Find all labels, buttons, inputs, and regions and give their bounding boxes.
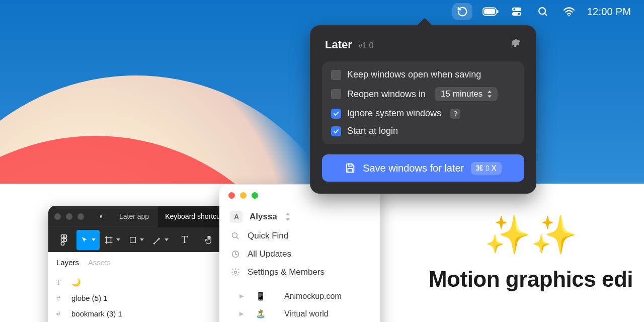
option-ignore-system[interactable]: Ignore system windows ? — [331, 108, 515, 119]
figma-menu-icon[interactable] — [52, 230, 75, 250]
figma-home-tab[interactable] — [92, 206, 110, 227]
layer-emoji: 🌙 — [71, 278, 81, 287]
shape-tool[interactable] — [125, 230, 148, 250]
popover-title: Later — [325, 38, 352, 51]
svg-rect-24 — [348, 164, 352, 167]
reopen-interval-select[interactable]: 15 minutes — [435, 87, 498, 101]
sparkles-emoji: ✨✨ — [413, 216, 644, 254]
save-windows-button[interactable]: Save windows for later ⌘⇧X — [322, 154, 524, 182]
panel-tab-assets[interactable]: Assets — [88, 258, 111, 267]
control-center-icon[interactable] — [509, 4, 525, 20]
promo-headline: Motion graphics edi — [413, 267, 644, 292]
traffic-lights-inactive[interactable] — [54, 213, 84, 220]
layer-name: bookmark (3) 1 — [71, 309, 122, 318]
gear-icon — [230, 267, 240, 277]
save-shortcut-badge: ⌘⇧X — [471, 162, 502, 175]
svg-point-20 — [232, 233, 237, 238]
page-emoji: 📱 — [256, 291, 266, 301]
option-start-at-login[interactable]: Start at login — [331, 126, 515, 136]
svg-point-4 — [513, 8, 515, 10]
menubar-clock[interactable]: 12:00 PM — [587, 6, 631, 18]
settings-gear-icon[interactable] — [510, 37, 521, 48]
figma-tab-later-app[interactable]: Later app — [112, 206, 156, 227]
workspace-switcher[interactable]: A Alyssa — [219, 207, 380, 227]
svg-line-21 — [236, 237, 238, 239]
later-popover: Later v1.0 Keep windows open when saving… — [310, 25, 536, 194]
option-keep-open[interactable]: Keep windows open when saving — [331, 69, 515, 80]
option-reopen-windows[interactable]: Reopen windows in 15 minutes — [331, 87, 515, 101]
svg-point-14 — [61, 242, 64, 245]
frame-tool[interactable] — [101, 230, 124, 250]
page-emoji: 🏝️ — [256, 309, 266, 318]
hand-tool[interactable] — [197, 230, 220, 250]
svg-rect-25 — [348, 169, 352, 172]
svg-rect-2 — [497, 10, 498, 13]
battery-icon[interactable] — [482, 4, 499, 20]
settings-members[interactable]: Settings & Members — [219, 263, 380, 281]
panel-tab-layers[interactable]: Layers — [56, 258, 79, 267]
layer-name: globe (5) 1 — [71, 294, 108, 302]
checkbox-checked[interactable] — [331, 126, 341, 136]
svg-line-8 — [544, 13, 546, 15]
wifi-icon[interactable] — [561, 4, 577, 20]
help-icon[interactable]: ? — [450, 109, 460, 119]
svg-point-9 — [568, 15, 570, 17]
promo-area: ✨✨ Motion graphics edi — [413, 216, 644, 292]
quick-find[interactable]: Quick Find — [219, 227, 380, 245]
svg-point-23 — [234, 271, 237, 274]
spotlight-icon[interactable] — [535, 4, 551, 20]
popover-version: v1.0 — [358, 41, 373, 50]
svg-point-6 — [518, 13, 520, 15]
notion-page[interactable]: ▶🏝️ Virtual world — [219, 305, 380, 322]
workspace-initial: A — [230, 211, 243, 223]
notion-window: A Alyssa Quick Find All Updates Settings… — [219, 185, 380, 322]
options-card: Keep windows open when saving Reopen win… — [322, 61, 524, 144]
clock-icon — [230, 249, 240, 259]
disclosure-triangle-icon[interactable]: ▶ — [239, 293, 244, 299]
search-icon — [230, 231, 240, 241]
later-menubar-icon[interactable] — [452, 3, 472, 20]
save-disk-icon — [345, 163, 356, 174]
text-layer-icon: T — [56, 278, 65, 287]
notion-page[interactable]: ▶📱 Animockup.com — [219, 287, 380, 305]
frame-layer-icon: # — [56, 309, 65, 318]
checkbox-checked[interactable] — [331, 109, 341, 119]
frame-layer-icon: # — [56, 294, 65, 302]
svg-rect-1 — [484, 9, 495, 14]
save-button-label: Save windows for later — [363, 163, 464, 174]
menu-bar: 12:00 PM — [452, 0, 644, 23]
all-updates[interactable]: All Updates — [219, 245, 380, 263]
move-tool[interactable] — [76, 230, 100, 250]
text-tool[interactable]: T — [173, 230, 196, 250]
checkbox-unchecked[interactable] — [331, 89, 341, 99]
pen-tool[interactable] — [149, 230, 172, 250]
svg-rect-19 — [130, 237, 136, 243]
disclosure-triangle-icon[interactable]: ▶ — [239, 310, 244, 317]
checkbox-unchecked[interactable] — [331, 70, 341, 80]
